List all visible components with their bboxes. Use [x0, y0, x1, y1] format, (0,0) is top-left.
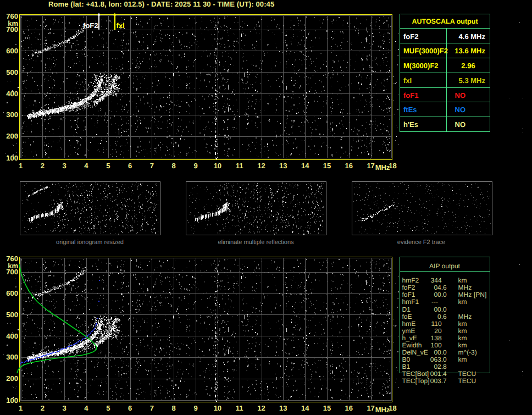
svg-text:100: 100 — [6, 396, 18, 405]
svg-text:3: 3 — [63, 404, 66, 412]
svg-text:600: 600 — [6, 289, 18, 297]
svg-text:AUTOSCALA output: AUTOSCALA output — [412, 18, 478, 25]
svg-text:02.8: 02.8 — [434, 363, 447, 370]
svg-text:hmE: hmE — [402, 320, 416, 328]
svg-text:14: 14 — [301, 404, 309, 412]
svg-text:B0: B0 — [402, 356, 411, 363]
svg-text:11: 11 — [236, 404, 243, 412]
svg-text:344: 344 — [431, 276, 442, 284]
svg-text:400: 400 — [6, 332, 18, 340]
svg-text:foE: foE — [402, 313, 412, 320]
svg-text:NO: NO — [455, 106, 466, 114]
svg-text:20: 20 — [434, 327, 442, 335]
svg-text:B1: B1 — [402, 363, 411, 370]
svg-text:h_vE: h_vE — [402, 334, 417, 342]
svg-text:17: 17 — [367, 404, 374, 412]
svg-text:8: 8 — [172, 162, 176, 170]
svg-text:m^(-3): m^(-3) — [458, 348, 477, 356]
svg-text:MHz: MHz — [375, 163, 390, 171]
svg-text:D1: D1 — [402, 306, 411, 313]
svg-text:MHz: MHz — [458, 291, 472, 298]
svg-text:200: 200 — [6, 374, 18, 383]
svg-text:14: 14 — [301, 162, 309, 170]
svg-text:foF2: foF2 — [403, 32, 418, 41]
svg-text:500: 500 — [6, 311, 18, 319]
svg-text:15: 15 — [323, 162, 331, 170]
svg-text:km: km — [458, 341, 467, 349]
svg-text:100: 100 — [431, 341, 442, 349]
svg-text:12: 12 — [257, 404, 265, 412]
svg-text:700: 700 — [6, 25, 18, 34]
svg-text:foF2: foF2 — [402, 284, 415, 291]
svg-text:300: 300 — [6, 110, 18, 119]
svg-text:km: km — [458, 334, 467, 342]
svg-text:17: 17 — [367, 162, 374, 170]
svg-text:4: 4 — [84, 162, 88, 170]
svg-text:AIP output: AIP output — [429, 262, 460, 270]
svg-text:1: 1 — [19, 162, 23, 170]
svg-text:400: 400 — [6, 90, 18, 98]
svg-text:00.0: 00.0 — [434, 291, 447, 298]
svg-text:13: 13 — [279, 404, 287, 412]
svg-text:04.6: 04.6 — [434, 284, 447, 291]
svg-text:MHz: MHz — [458, 284, 472, 291]
svg-text:eliminate multiple reflections: eliminate multiple reflections — [218, 239, 294, 246]
svg-text:12: 12 — [257, 162, 265, 170]
svg-text:16: 16 — [345, 404, 353, 412]
svg-text:110: 110 — [431, 320, 441, 328]
svg-text:9: 9 — [193, 404, 197, 412]
svg-text:10: 10 — [214, 162, 221, 170]
svg-text:original ionogram resized: original ionogram resized — [56, 239, 124, 246]
svg-text:hmF1: hmF1 — [402, 298, 419, 306]
svg-text:TECU: TECU — [458, 377, 476, 385]
svg-text:700: 700 — [6, 268, 18, 276]
svg-text:3: 3 — [63, 162, 66, 170]
svg-text:2: 2 — [41, 162, 45, 170]
svg-text:7: 7 — [150, 404, 154, 412]
svg-text:hmF2: hmF2 — [402, 276, 419, 284]
svg-text:evidence F2 trace: evidence F2 trace — [397, 239, 445, 246]
svg-text:km: km — [458, 327, 467, 335]
svg-text:TEC[Top]: TEC[Top] — [402, 377, 430, 385]
svg-text:500: 500 — [6, 68, 18, 76]
svg-text:km: km — [458, 320, 467, 328]
svg-text:300: 300 — [6, 353, 18, 361]
svg-text:5: 5 — [106, 404, 110, 412]
svg-text:[PN]: [PN] — [474, 291, 486, 298]
svg-text:km: km — [458, 276, 467, 284]
svg-text:Ewidth: Ewidth — [402, 341, 422, 349]
svg-text:DelN_vE: DelN_vE — [402, 348, 428, 356]
svg-text:MUF(3000)F2: MUF(3000)F2 — [403, 47, 448, 55]
svg-text:18: 18 — [389, 162, 396, 170]
svg-text:2: 2 — [41, 404, 45, 412]
svg-text:h'Es: h'Es — [403, 120, 418, 129]
svg-text:0.6: 0.6 — [437, 313, 447, 320]
svg-text:fxI: fxI — [403, 76, 412, 85]
svg-text:063.0: 063.0 — [430, 356, 447, 363]
svg-text:M(3000)F2: M(3000)F2 — [403, 62, 439, 70]
svg-text:ftEs: ftEs — [403, 106, 417, 114]
svg-text:ymE: ymE — [402, 327, 415, 335]
svg-text:00.0: 00.0 — [434, 306, 447, 313]
svg-text:Rome (lat: +41.8, lon: 012.5): Rome (lat: +41.8, lon: 012.5) - DATE: 20… — [48, 0, 274, 8]
svg-text:2.96: 2.96 — [461, 62, 475, 70]
svg-text:6: 6 — [128, 404, 132, 412]
svg-text:13.6 MHz: 13.6 MHz — [455, 47, 485, 55]
svg-text:100: 100 — [6, 154, 18, 162]
svg-text:foF2: foF2 — [83, 21, 98, 30]
svg-text:fxI: fxI — [117, 21, 125, 30]
svg-text:km: km — [458, 298, 467, 306]
svg-text:600: 600 — [6, 47, 18, 55]
svg-text:km: km — [458, 356, 467, 363]
svg-text:MHz: MHz — [458, 313, 472, 320]
svg-text:MHz: MHz — [375, 406, 390, 414]
svg-text:4.6 MHz: 4.6 MHz — [459, 32, 486, 41]
svg-text:TEC[Bot]: TEC[Bot] — [402, 370, 429, 378]
svg-text:foF1: foF1 — [403, 91, 418, 99]
svg-text:NO: NO — [455, 91, 466, 99]
svg-text:10: 10 — [214, 404, 221, 412]
svg-text:16: 16 — [345, 162, 353, 170]
svg-text:18: 18 — [389, 404, 396, 412]
svg-text:1: 1 — [19, 404, 23, 412]
svg-text:5.3 MHz: 5.3 MHz — [459, 76, 486, 85]
